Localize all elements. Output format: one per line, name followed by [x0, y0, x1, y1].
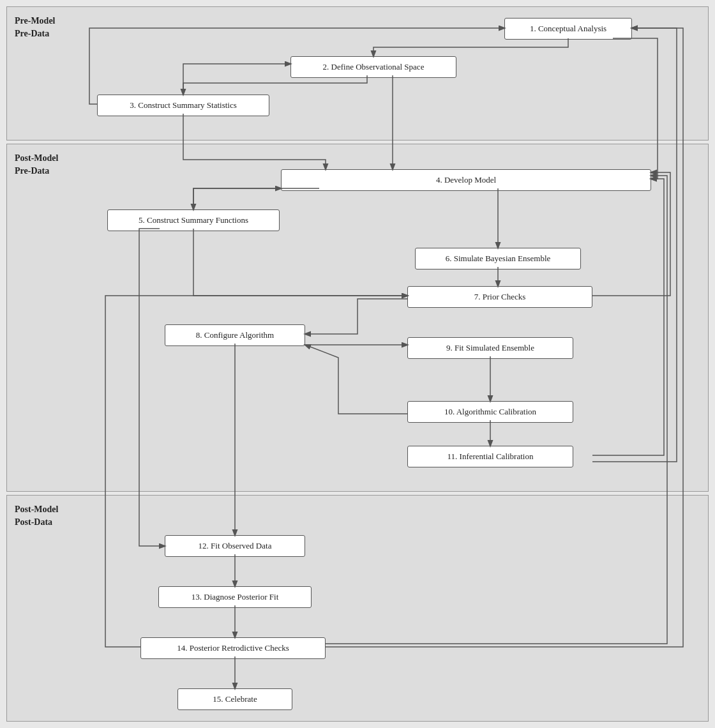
- node-10-algorithmic-calibration: 10. Algorithmic Calibration: [407, 401, 573, 423]
- node-11-inferential-calibration: 11. Inferential Calibration: [407, 446, 573, 467]
- node-13-diagnose-posterior-fit: 13. Diagnose Posterior Fit: [158, 586, 312, 608]
- node-5-construct-summary-functions: 5. Construct Summary Functions: [107, 209, 280, 231]
- node-15-celebrate: 15. Celebrate: [177, 688, 292, 710]
- node-7-prior-checks: 7. Prior Checks: [407, 286, 592, 308]
- node-2-define-observational-space: 2. Define Observational Space: [290, 56, 456, 78]
- section-post-model-post-data: Post-ModelPost-Data: [6, 495, 709, 722]
- node-12-fit-observed-data: 12. Fit Observed Data: [165, 535, 305, 557]
- node-8-configure-algorithm: 8. Configure Algorithm: [165, 324, 305, 346]
- node-14-posterior-retrodictive-checks: 14. Posterior Retrodictive Checks: [140, 637, 326, 659]
- node-9-fit-simulated-ensemble: 9. Fit Simulated Ensemble: [407, 337, 573, 359]
- node-6-simulate-bayesian-ensemble: 6. Simulate Bayesian Ensemble: [415, 248, 581, 269]
- node-1-conceptual-analysis: 1. Conceptual Analysis: [504, 18, 632, 40]
- node-3-construct-summary-statistics: 3. Construct Summary Statistics: [97, 95, 269, 116]
- section-label-pre-model-pre-data: Pre-ModelPre-Data: [15, 15, 56, 40]
- section-post-model-pre-data: Post-ModelPre-Data: [6, 144, 709, 492]
- section-label-post-model-pre-data: Post-ModelPre-Data: [15, 152, 58, 177]
- node-4-develop-model: 4. Develop Model: [281, 169, 651, 191]
- section-label-post-model-post-data: Post-ModelPost-Data: [15, 503, 58, 528]
- diagram-container: Pre-ModelPre-Data Post-ModelPre-Data Pos…: [0, 0, 715, 728]
